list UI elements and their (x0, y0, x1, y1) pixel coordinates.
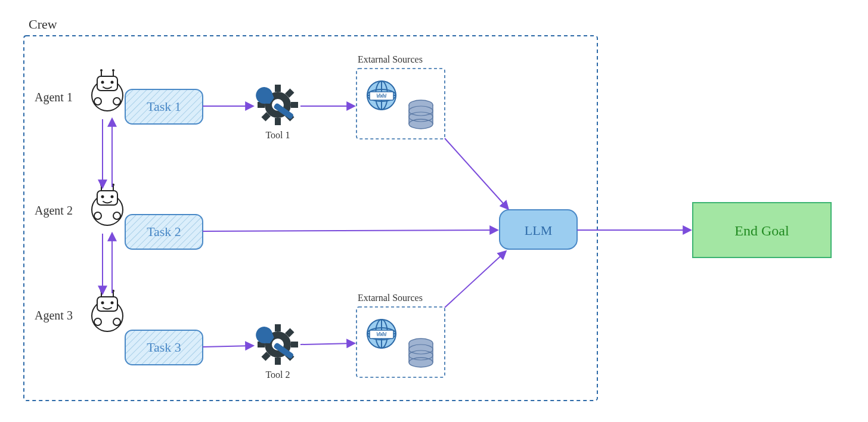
tool-1-label: Tool 1 (265, 130, 290, 140)
www-label-bottom: WWW (377, 331, 387, 337)
arrow-external-bottom-llm (445, 252, 506, 308)
tool-2-icon (249, 316, 306, 373)
external-sources-label-bottom: Extarnal Sources (358, 293, 423, 303)
agent-3-label: Agent 3 (35, 309, 73, 322)
arrow-task3-tool2 (203, 346, 253, 347)
llm-label: LLM (525, 223, 552, 238)
task-2-box: Task 2 (125, 215, 203, 249)
robot-icon-agent-1 (92, 69, 123, 111)
external-sources-top: Extarnal Sources WWW (356, 54, 445, 139)
external-sources-label-top: Extarnal Sources (358, 54, 423, 64)
task-3-box: Task 3 (125, 330, 203, 365)
tool-2-label: Tool 2 (265, 370, 290, 380)
arrow-task2-llm (203, 230, 497, 231)
task-1-label: Task 1 (147, 99, 181, 114)
database-icon (409, 100, 433, 129)
arrow-external-top-llm (445, 138, 508, 209)
database-icon (409, 339, 433, 367)
robot-icon-agent-2 (92, 184, 123, 225)
arrow-tool2-external-bottom (300, 343, 354, 345)
task-2-label: Task 2 (147, 224, 181, 239)
crew-label: Crew (29, 17, 57, 32)
end-goal-label: End Goal (734, 223, 789, 238)
agent-2-label: Agent 2 (35, 204, 73, 218)
end-goal-box: End Goal (693, 203, 831, 257)
tool-1-icon (249, 76, 306, 134)
robot-icon-agent-3 (92, 290, 123, 331)
external-sources-bottom: Extarnal Sources WWW (356, 293, 445, 377)
www-label-top: WWW (377, 93, 387, 99)
llm-box: LLM (500, 210, 577, 249)
agent-1-label: Agent 1 (35, 91, 73, 104)
task-1-box: Task 1 (125, 89, 203, 124)
task-3-label: Task 3 (147, 340, 181, 355)
